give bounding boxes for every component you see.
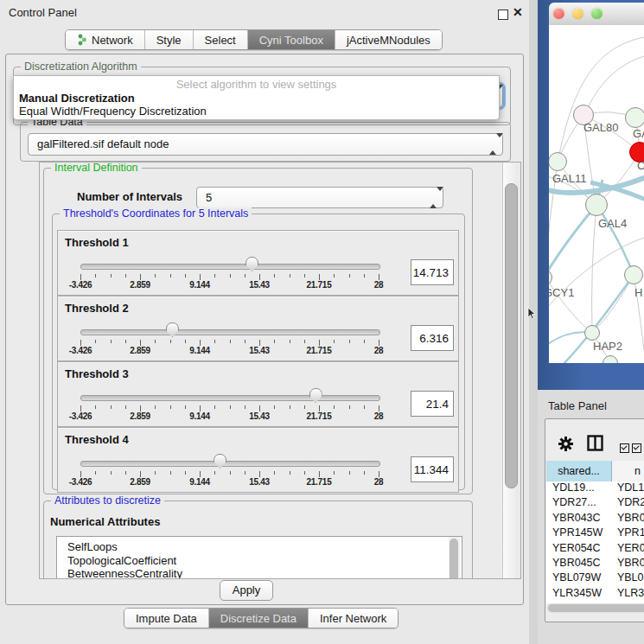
tab-discretize-data[interactable]: Discretize Data [209,609,309,628]
cell-name[interactable]: YBR0 [608,557,644,571]
slider-tick [140,274,141,280]
group-title: Discretization Algorithm [21,61,141,73]
cell-name[interactable]: YER0 [608,542,644,557]
cell-shared-name[interactable]: YPR145W [546,526,608,541]
threshold-value-field[interactable]: 21.4 [411,391,454,417]
tab-network[interactable]: Network [66,30,145,49]
slider-tick [349,471,350,475]
panel-scrollbar-thumb[interactable] [505,183,518,488]
table-row[interactable]: YPR145WYPR1 [546,526,644,541]
slider-tick [95,274,96,277]
table-data-combobox[interactable]: galFiltered.sif default node [28,133,503,156]
table-panel-title: Table Panel [548,399,607,412]
network-node[interactable] [549,152,567,171]
cell-name[interactable]: YBR0 [608,512,644,526]
cell-shared-name[interactable]: YER054C [546,542,608,557]
attribute-list-item[interactable]: SelfLoops [57,540,462,554]
network-node[interactable] [584,325,600,341]
threshold-value-field[interactable]: 14.713 [411,259,454,285]
cell-shared-name[interactable]: YLR345W [546,587,608,602]
numerical-attributes-list[interactable]: SelfLoopsTopologicalCoefficientBetweenne… [56,536,462,579]
column-header-name[interactable]: n [612,461,644,481]
network-window-titlebar[interactable] [549,3,644,26]
slider-tick [80,340,81,346]
network-view-window[interactable]: GAL80GACGAL11GAL4GCY1HHAP2 [538,0,644,390]
threshold-panel: Threshold 1-3.4262.8599.14415.4321.71528… [57,230,459,296]
top-tab-bar: NetworkStyleSelectCyni ToolboxjActiveMNo… [65,29,443,50]
slider-tick [245,471,245,475]
slider-track[interactable] [80,395,380,401]
apply-button[interactable]: Apply [220,580,273,601]
zoom-traffic-light[interactable] [591,8,603,19]
column-header-shared[interactable]: shared... [546,461,612,481]
cell-name[interactable]: YDR2 [608,496,644,511]
network-node[interactable] [585,194,608,216]
tick-label: -3.426 [69,346,92,355]
network-edge[interactable] [585,56,644,113]
network-node[interactable] [625,107,644,128]
table-row[interactable]: YBR045CYBR0 [546,557,644,571]
minimize-traffic-light[interactable] [572,8,583,19]
slider-tick [111,340,112,343]
tab-style[interactable]: Style [145,30,194,49]
network-edge[interactable] [592,205,596,333]
network-edge[interactable] [549,205,596,277]
cell-name[interactable]: YLR3 [608,587,644,602]
table-row[interactable]: YBL079WYBL0 [546,571,644,586]
cell-name[interactable]: YDL1 [608,481,644,496]
list-scrollbar-thumb[interactable] [450,539,458,579]
table-row[interactable]: YDR27...YDR2 [546,496,644,511]
slider-tick [349,274,350,277]
table-row[interactable]: YDL19...YDL1 [546,481,644,496]
tab-label: Infer Network [320,612,386,625]
attribute-list-item[interactable]: TopologicalCoefficient [57,554,462,568]
panel-divider[interactable] [529,0,538,644]
cell-shared-name[interactable]: YBR045C [546,557,608,571]
table-hscrollbar-thumb[interactable] [548,604,644,612]
slider-tick [140,471,141,477]
cell-shared-name[interactable]: YBR043C [546,512,608,526]
table-row[interactable]: YBR043CYBR0 [546,512,644,526]
tab-impute-data[interactable]: Impute Data [124,609,209,628]
slider-track[interactable] [80,329,380,335]
cell-name[interactable]: YBL0 [608,571,644,586]
attribute-list-item[interactable]: BetweennessCentrality [57,567,462,579]
table-row[interactable]: YER054CYER0 [546,542,644,557]
tab-cyni-toolbox[interactable]: Cyni Toolbox [248,30,335,49]
cell-shared-name[interactable]: YDL19... [546,481,608,496]
slider-track[interactable] [80,461,380,467]
slider-tick [245,274,245,277]
network-canvas[interactable]: GAL80GACGAL11GAL4GCY1HHAP2 [549,25,644,363]
gear-icon[interactable] [558,436,574,452]
slider-tick [185,405,186,409]
num-intervals-value: 5 [206,191,212,204]
network-edge[interactable] [596,205,634,275]
slider-tick [170,471,171,475]
close-traffic-light[interactable] [553,8,564,19]
slider-tick [259,405,260,411]
select-all-checkbox-icon[interactable] [620,441,644,456]
dropdown-option[interactable]: Manual Discretization [14,92,499,105]
tab-jactivemnodules[interactable]: jActiveMNodules [335,30,442,49]
tab-select[interactable]: Select [194,30,248,49]
tick-label: 9.144 [189,411,210,421]
slider-track[interactable] [80,264,380,270]
window-float-icon[interactable] [498,10,508,20]
list-scrollbar[interactable] [449,537,460,579]
table-hscrollbar[interactable] [547,603,644,613]
network-edge[interactable] [559,37,644,155]
network-node[interactable] [624,265,643,284]
slider-tick [200,274,201,280]
cell-shared-name[interactable]: YBL079W [546,571,608,586]
split-columns-icon[interactable] [587,435,603,451]
table-row[interactable]: YLR345WYLR3 [546,587,644,602]
panel-scrollbar[interactable] [502,163,519,578]
dropdown-option[interactable]: Equal Width/Frequency Discretization [14,105,499,118]
num-intervals-combobox[interactable]: 5 [196,187,443,208]
threshold-value-field[interactable]: 11.344 [411,456,454,482]
tab-infer-network[interactable]: Infer Network [309,609,398,628]
cell-shared-name[interactable]: YDR27... [546,496,608,511]
threshold-value-field[interactable]: 6.316 [411,325,454,351]
close-icon[interactable]: ✕ [513,5,523,19]
cell-name[interactable]: YPR1 [608,526,644,541]
